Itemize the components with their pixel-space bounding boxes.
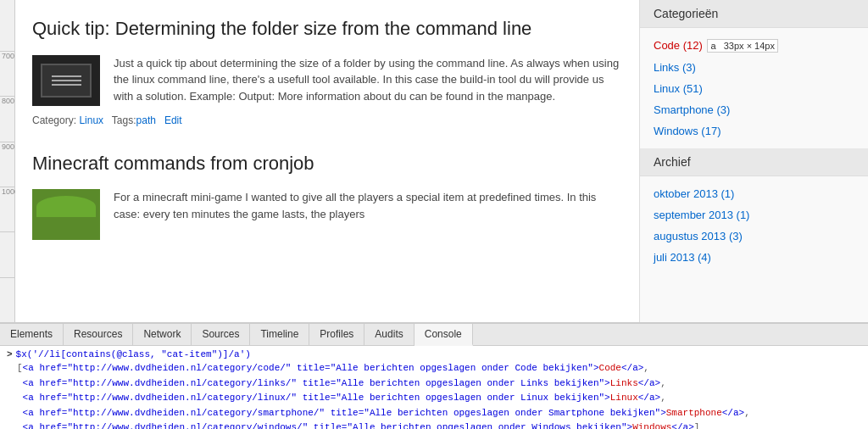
sidebar-archive-list: oktober 2013 (1) september 2013 (1) augu… (640, 176, 868, 275)
terminal-line-3 (52, 84, 81, 86)
article-1-category[interactable]: Linux (79, 114, 103, 126)
sidebar-link-code[interactable]: Code (12) (654, 39, 703, 52)
sidebar-item-okt2013[interactable]: oktober 2013 (1) (640, 183, 868, 204)
sidebar-link-smartphone[interactable]: Smartphone (3) (654, 103, 730, 116)
sidebar-item-sep2013[interactable]: september 2013 (1) (640, 204, 868, 226)
article-1-meta: Category: Linux Tags:path Edit (32, 114, 622, 126)
output-line-4: <a href="http://www.dvdheiden.nl/categor… (17, 406, 861, 421)
sidebar-item-linux[interactable]: Linux (51) (640, 78, 868, 99)
tab-audits[interactable]: Audits (364, 324, 414, 345)
sidebar-link-windows[interactable]: Windows (17) (654, 125, 721, 137)
sidebar-link-links[interactable]: Links (3) (654, 61, 696, 74)
content-area: Quick tip: Determining the folder size f… (15, 0, 639, 322)
output-line-3: <a href="http://www.dvdheiden.nl/categor… (17, 391, 861, 406)
tab-elements[interactable]: Elements (0, 324, 64, 345)
sidebar-categories-section: Categorieën Code (12) a 33px × 14px Link… (640, 0, 868, 148)
sidebar-link-jul2013[interactable]: juli 2013 (4) (654, 251, 711, 264)
article-1: Quick tip: Determining the folder size f… (32, 17, 622, 126)
sidebar-item-aug2013[interactable]: augustus 2013 (3) (640, 226, 868, 247)
sidebar-archive-title: Archief (640, 148, 868, 176)
article-2: Minecraft commands from cronjob For a mi… (32, 152, 622, 241)
devtools-tabs: Elements Resources Network Sources Timel… (0, 324, 868, 346)
sidebar-item-jul2013[interactable]: juli 2013 (4) (640, 247, 868, 268)
terminal-lines (52, 75, 81, 86)
tab-network[interactable]: Network (133, 324, 192, 345)
sidebar-archive-section: Archief oktober 2013 (1) september 2013 … (640, 148, 868, 275)
sidebar-categories-list: Code (12) a 33px × 14px Links (3) Linux … (640, 28, 868, 148)
article-1-title: Quick tip: Determining the folder size f… (32, 17, 622, 42)
ruler: 700 800 900 1000 (0, 0, 15, 322)
console-output: [<a href="http://www.dvdheiden.nl/catego… (7, 361, 861, 429)
sidebar-link-aug2013[interactable]: augustus 2013 (3) (654, 230, 743, 242)
tags-label: Tags: (112, 114, 136, 126)
devtools-console[interactable]: > $x('//li[contains(@class, "cat-item")]… (0, 346, 868, 429)
sidebar-link-sep2013[interactable]: september 2013 (1) (654, 209, 749, 221)
article-1-tag-path[interactable]: path (136, 114, 156, 126)
sidebar-link-okt2013[interactable]: oktober 2013 (1) (654, 187, 734, 200)
ruler-mark-900: 900 (0, 142, 14, 187)
ruler-mark-extra (0, 231, 14, 276)
tab-resources[interactable]: Resources (64, 324, 133, 345)
article-2-text: For a minecraft mini-game I wanted to gi… (114, 189, 622, 240)
prompt-arrow: > (7, 349, 13, 359)
tab-console[interactable]: Console (415, 324, 473, 346)
tab-profiles[interactable]: Profiles (309, 324, 364, 345)
terminal-line-1 (52, 75, 81, 77)
article-1-text: Just a quick tip about determining the s… (114, 55, 622, 106)
article-2-image (32, 189, 100, 240)
devtools-panel: Elements Resources Network Sources Timel… (0, 322, 868, 429)
sidebar-item-links[interactable]: Links (3) (640, 57, 868, 78)
article-2-body: For a minecraft mini-game I wanted to gi… (32, 189, 622, 240)
article-2-title: Minecraft commands from cronjob (32, 152, 622, 176)
sidebar: Categorieën Code (12) a 33px × 14px Link… (639, 0, 868, 322)
terminal-icon (41, 64, 92, 98)
console-prompt: > $x('//li[contains(@class, "cat-item")]… (7, 349, 861, 359)
terminal-line-2 (52, 80, 81, 81)
ruler-mark-800: 800 (0, 96, 14, 141)
output-line-1: [<a href="http://www.dvdheiden.nl/catego… (17, 361, 861, 376)
tab-timeline[interactable]: Timeline (250, 324, 309, 345)
sidebar-item-smartphone[interactable]: Smartphone (3) (640, 99, 868, 120)
ruler-mark-700: 700 (0, 51, 14, 96)
article-1-body: Just a quick tip about determining the s… (32, 55, 622, 106)
article-1-edit[interactable]: Edit (164, 114, 182, 126)
sidebar-categories-title: Categorieën (640, 0, 868, 28)
sidebar-link-linux[interactable]: Linux (51) (654, 82, 703, 95)
sidebar-item-windows[interactable]: Windows (17) (640, 120, 868, 142)
tab-sources[interactable]: Sources (192, 324, 250, 345)
ruler-mark-extra2 (0, 277, 14, 322)
tooltip-box: a 33px × 14px (707, 39, 778, 53)
grass-top (36, 196, 96, 217)
output-line-2: <a href="http://www.dvdheiden.nl/categor… (17, 376, 861, 392)
output-line-5: <a href="http://www.dvdheiden.nl/categor… (17, 421, 861, 429)
category-label: Category: (32, 114, 76, 126)
ruler-mark-1000: 1000 (0, 187, 14, 231)
console-command[interactable]: $x('//li[contains(@class, "cat-item")]/a… (16, 349, 251, 359)
sidebar-item-code[interactable]: Code (12) a 33px × 14px (640, 35, 868, 57)
article-1-image (32, 55, 100, 106)
